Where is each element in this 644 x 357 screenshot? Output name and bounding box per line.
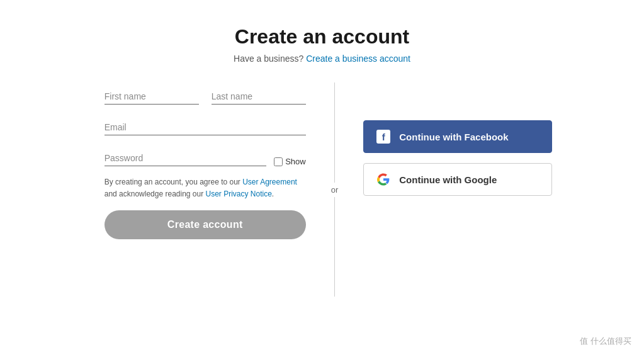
agreement-text-1: By creating an account, you agree to our bbox=[105, 178, 242, 186]
show-password-wrapper: Show bbox=[274, 157, 306, 166]
first-name-field bbox=[105, 89, 199, 105]
first-name-input[interactable] bbox=[105, 89, 199, 105]
facebook-icon: f bbox=[376, 130, 390, 144]
password-input[interactable] bbox=[105, 150, 266, 166]
social-login-panel: f Continue with Facebook Continue with G… bbox=[338, 82, 577, 208]
page-header: Create an account Have a business? Creat… bbox=[234, 25, 410, 64]
name-row bbox=[105, 89, 306, 105]
bottom-divider-line bbox=[334, 197, 335, 297]
facebook-button-label: Continue with Facebook bbox=[399, 132, 508, 142]
subtitle-text: Have a business? bbox=[234, 54, 303, 64]
google-button-label: Continue with Google bbox=[399, 174, 497, 185]
facebook-login-button[interactable]: f Continue with Facebook bbox=[363, 120, 552, 153]
business-subtitle: Have a business? Create a business accou… bbox=[234, 54, 410, 64]
last-name-input[interactable] bbox=[212, 89, 306, 105]
google-login-button[interactable]: Continue with Google bbox=[363, 163, 552, 196]
agreement-text-3: . bbox=[272, 190, 274, 198]
google-icon bbox=[376, 173, 390, 186]
page-wrapper: Create an account Have a business? Creat… bbox=[0, 0, 644, 357]
top-divider-line bbox=[334, 82, 335, 183]
business-account-link[interactable]: Create a business account bbox=[306, 54, 410, 64]
divider-section: or bbox=[331, 82, 339, 297]
show-label: Show bbox=[285, 157, 306, 166]
email-field bbox=[105, 120, 306, 135]
or-label: or bbox=[331, 183, 339, 197]
user-agreement-link[interactable]: User Agreement bbox=[242, 178, 297, 186]
agreement-text-2: and acknowledge reading our bbox=[105, 190, 206, 198]
privacy-notice-link[interactable]: User Privacy Notice bbox=[206, 190, 272, 198]
watermark: 值 什么值得买 bbox=[580, 336, 631, 347]
password-row: Show bbox=[105, 150, 306, 166]
page-title: Create an account bbox=[234, 25, 410, 48]
create-account-button[interactable]: Create account bbox=[105, 210, 306, 239]
last-name-field bbox=[212, 89, 306, 105]
agreement-section: By creating an account, you agree to our… bbox=[105, 176, 306, 200]
main-content: Show By creating an account, you agree t… bbox=[39, 82, 606, 297]
email-input[interactable] bbox=[105, 120, 306, 135]
show-password-checkbox[interactable] bbox=[274, 157, 283, 166]
signup-form-panel: Show By creating an account, you agree t… bbox=[67, 82, 331, 252]
